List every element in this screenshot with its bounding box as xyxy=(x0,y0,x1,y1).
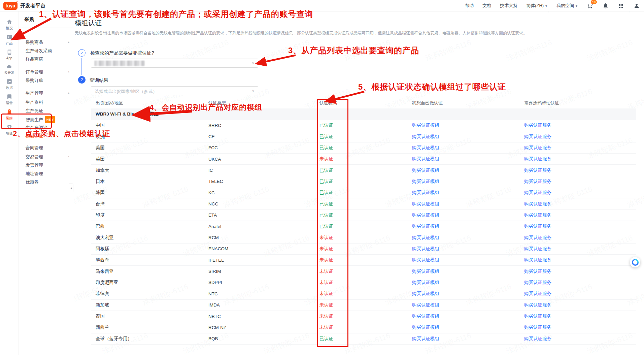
my-space-select[interactable]: 我的空间▼ xyxy=(556,3,578,9)
collapse-caret-icon[interactable]: ▴ xyxy=(68,91,69,94)
table-row: 日本TELEC已认证购买认证模组购买认证服务 xyxy=(91,176,636,187)
buy-certified-module-link[interactable]: 购买认证模组 xyxy=(412,280,524,286)
buy-certified-module-link[interactable]: 购买认证模组 xyxy=(412,324,524,330)
docs-link[interactable]: 文档 xyxy=(482,3,491,9)
buy-certification-service-link[interactable]: 购买认证服务 xyxy=(524,291,636,297)
buy-certification-service-link[interactable]: 购买认证服务 xyxy=(524,280,636,286)
certification-table: 出货国家/地区 认证类型 认证状态 我想自己做认证 需要涂鸦帮忙认证 WBR3 … xyxy=(91,98,636,345)
buy-certified-module-link[interactable]: 购买认证模组 xyxy=(412,246,524,252)
sidebar-item-production-management[interactable]: 生产管理 xyxy=(26,90,43,97)
buy-certification-service-link[interactable]: 购买认证服务 xyxy=(524,268,636,275)
buy-certification-service-link[interactable]: 购买认证服务 xyxy=(524,235,636,241)
buy-certified-module-link[interactable]: 购买认证模组 xyxy=(412,336,524,342)
notification-bell-icon[interactable] xyxy=(602,2,609,9)
chevron-down-icon: ∨ xyxy=(252,61,255,65)
cert-type-cell: SIRIM xyxy=(208,269,319,274)
sidebar-item-purchase-orders[interactable]: 采购订单 xyxy=(26,77,43,84)
cert-type-cell: IFETEL xyxy=(208,258,319,263)
rail-item-product[interactable]: 产品 xyxy=(0,34,19,46)
tuya-logo[interactable]: tuya xyxy=(3,2,18,10)
sidebar-item-address-management[interactable]: 地址管理 xyxy=(26,170,43,177)
step-1-check-icon: ✓ xyxy=(78,49,86,57)
cert-type-cell: RCM xyxy=(208,235,319,240)
assistant-float-button[interactable] xyxy=(630,257,640,267)
sidebar-title: 采购 xyxy=(24,16,34,23)
buy-certification-service-link[interactable]: 购买认证服务 xyxy=(524,145,636,151)
country-cell: 印度 xyxy=(96,212,208,218)
sidebar-item-sample-store[interactable]: 样品商店 xyxy=(26,56,43,63)
sidebar-item-production-materials[interactable]: 生产资料 xyxy=(26,99,43,106)
rail-item-overview[interactable]: 概况 xyxy=(0,19,19,31)
country-cell: 欧洲 xyxy=(96,134,208,140)
collapse-caret-icon[interactable]: ▴ xyxy=(68,40,69,43)
rail-item-data[interactable]: 数据 xyxy=(0,78,19,90)
sidebar-item-coupons[interactable]: 优惠券 xyxy=(26,179,39,186)
buy-certification-service-link[interactable]: 购买认证服务 xyxy=(524,201,636,207)
chevron-down-icon: ▼ xyxy=(575,4,578,8)
rail-item-cloud[interactable]: 云开发 xyxy=(0,63,19,75)
sidebar-collapse-handle[interactable]: ◂ xyxy=(69,184,73,192)
language-select[interactable]: 简体(ZH)▼ xyxy=(526,3,548,9)
buy-certification-service-link[interactable]: 购买认证服务 xyxy=(524,336,636,342)
buy-certified-module-link[interactable]: 购买认证模组 xyxy=(412,235,524,241)
buy-certification-service-link[interactable]: 购买认证服务 xyxy=(524,302,636,308)
buy-certification-service-link[interactable]: 购买认证服务 xyxy=(524,179,636,185)
buy-certified-module-link[interactable]: 购买认证模组 xyxy=(412,167,524,173)
buy-certified-module-link[interactable]: 购买认证模组 xyxy=(412,201,524,207)
support-link[interactable]: 技术支持 xyxy=(500,3,517,9)
rail-item-app[interactable]: App xyxy=(0,49,19,60)
buy-certification-service-link[interactable]: 购买认证服务 xyxy=(524,134,636,140)
buy-certified-module-link[interactable]: 购买认证模组 xyxy=(412,302,524,308)
buy-certification-service-link[interactable]: 购买认证服务 xyxy=(524,257,636,263)
region-multiselect[interactable]: 选择成品出货国家/地区（多选） ∨ xyxy=(91,86,258,95)
buy-certified-module-link[interactable]: 购买认证模组 xyxy=(412,179,524,185)
buy-certified-module-link[interactable]: 购买认证模组 xyxy=(412,268,524,275)
buy-certification-service-link[interactable]: 购买认证服务 xyxy=(524,122,636,128)
buy-certified-module-link[interactable]: 购买认证模组 xyxy=(412,212,524,218)
sidebar-item-transaction-management[interactable]: 交易管理 xyxy=(26,154,43,160)
buy-certified-module-link[interactable]: 购买认证模组 xyxy=(412,122,524,128)
buy-certified-module-link[interactable]: 购买认证模组 xyxy=(412,156,524,162)
sidebar-highlight-box xyxy=(1,114,52,129)
collapse-caret-icon[interactable]: ▴ xyxy=(68,155,69,158)
cert-type-cell: FCC xyxy=(208,145,319,150)
cart-icon[interactable]: 18 xyxy=(587,2,594,9)
user-avatar-icon[interactable] xyxy=(633,2,640,9)
chevron-down-icon: ∨ xyxy=(252,89,255,93)
table-row: 欧洲CE已认证购买认证模组购买认证服务 xyxy=(91,131,636,142)
buy-certified-module-link[interactable]: 购买认证模组 xyxy=(412,257,524,263)
selected-product-redacted xyxy=(94,61,145,66)
buy-certified-module-link[interactable]: 购买认证模组 xyxy=(412,190,524,196)
sidebar-item-purchase-goods[interactable]: 采购商品 xyxy=(26,39,43,46)
sidebar-item-production-vouchers[interactable]: 生产凭证 xyxy=(26,107,43,114)
buy-certification-service-link[interactable]: 购买认证服务 xyxy=(524,246,636,252)
buy-certification-service-link[interactable]: 购买认证服务 xyxy=(524,190,636,196)
phone-icon xyxy=(6,49,12,55)
buy-certified-module-link[interactable]: 购买认证模组 xyxy=(412,313,524,319)
sidebar-item-production-rd-purchase[interactable]: 生产研发采购 xyxy=(26,47,52,54)
sidebar-item-contract-management[interactable]: 合同管理 xyxy=(26,144,43,151)
buy-certified-module-link[interactable]: 购买认证模组 xyxy=(412,223,524,229)
help-link[interactable]: 帮助 xyxy=(465,3,474,9)
sidebar-item-invoice-management[interactable]: 发票管理 xyxy=(26,162,43,169)
apps-grid-icon[interactable] xyxy=(618,2,624,9)
annotation-1: 1、认证查询，该账号首先要有创建的产品；或采用创建了产品的账号查询 xyxy=(39,9,313,20)
buy-certification-service-link[interactable]: 购买认证服务 xyxy=(524,223,636,229)
divider xyxy=(74,40,644,40)
buy-certification-service-link[interactable]: 购买认证服务 xyxy=(524,156,636,162)
collapse-caret-icon[interactable]: ▴ xyxy=(68,70,69,73)
buy-certification-service-link[interactable]: 购买认证服务 xyxy=(524,313,636,319)
buy-certified-module-link[interactable]: 购买认证模组 xyxy=(412,291,524,297)
rail-item-operation[interactable]: 运营 xyxy=(0,94,19,105)
buy-certification-service-link[interactable]: 购买认证服务 xyxy=(524,212,636,218)
cert-type-cell: Anatel xyxy=(208,224,319,229)
buy-certified-module-link[interactable]: 购买认证模组 xyxy=(412,134,524,140)
product-select[interactable]: ∨ xyxy=(91,59,258,68)
cert-type-cell: KC xyxy=(208,190,319,195)
sidebar-item-order-management[interactable]: 订单管理 xyxy=(26,69,43,75)
country-cell: 新加坡 xyxy=(96,302,208,308)
buy-certification-service-link[interactable]: 购买认证服务 xyxy=(524,167,636,173)
annotation-5: 5、根据认证状态确认模组过了哪些认证 xyxy=(358,82,506,92)
buy-certification-service-link[interactable]: 购买认证服务 xyxy=(524,324,636,330)
buy-certified-module-link[interactable]: 购买认证模组 xyxy=(412,145,524,151)
